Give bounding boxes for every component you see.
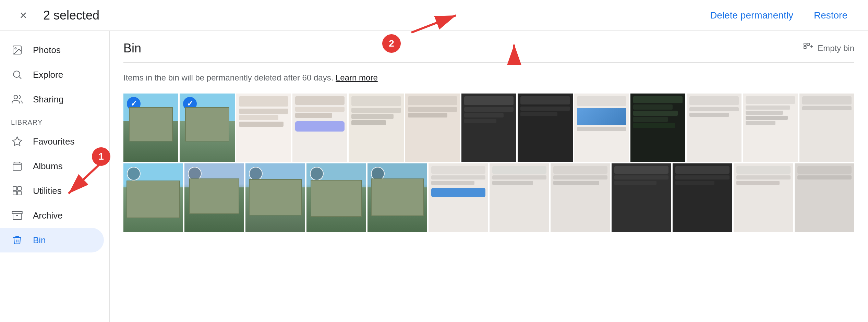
- photo-item-18[interactable]: [367, 163, 427, 232]
- svg-line-3: [19, 77, 21, 79]
- empty-bin-icon: [803, 42, 813, 55]
- photo-item-4[interactable]: [292, 94, 347, 162]
- photo-item-17[interactable]: [306, 163, 366, 232]
- sidebar-item-photos-label: Photos: [33, 45, 61, 55]
- photo-item-16[interactable]: [245, 163, 305, 232]
- sidebar: Photos Explore Sharing LIBRA: [0, 31, 110, 322]
- photo-row-2: [123, 163, 854, 232]
- photo-item-15[interactable]: [184, 163, 244, 232]
- photo-row-1: [123, 94, 854, 162]
- library-section-label: LIBRARY: [0, 112, 109, 129]
- svg-rect-9: [13, 191, 17, 195]
- sidebar-item-favourites-label: Favourites: [33, 136, 74, 147]
- photo-item-10[interactable]: [630, 94, 685, 162]
- info-bar: Items in the bin will be permanently del…: [123, 73, 854, 83]
- svg-marker-5: [13, 137, 22, 146]
- sidebar-item-albums[interactable]: Albums: [0, 154, 104, 178]
- photo-item-14[interactable]: [123, 163, 183, 232]
- svg-rect-14: [807, 43, 810, 46]
- photo-item-19[interactable]: [429, 163, 488, 232]
- photo-item-12[interactable]: [743, 94, 798, 162]
- sidebar-item-albums-label: Albums: [33, 161, 63, 172]
- svg-rect-13: [804, 43, 806, 46]
- people-icon: [11, 93, 23, 106]
- photo-item-7[interactable]: [461, 94, 516, 162]
- photo-item-21[interactable]: [551, 163, 610, 232]
- photo-item-24[interactable]: [734, 163, 793, 232]
- sidebar-item-bin-label: Bin: [33, 235, 46, 246]
- page-header: Bin Empty bin: [123, 31, 854, 63]
- learn-more-link[interactable]: Learn more: [336, 73, 378, 82]
- info-text: Items in the bin will be permanently del…: [123, 73, 333, 82]
- photo-item-3[interactable]: [236, 94, 291, 162]
- page-title: Bin: [123, 41, 141, 55]
- archive-icon: [11, 209, 23, 222]
- delete-permanently-button[interactable]: Delete permanently: [710, 10, 793, 21]
- photo-item-25[interactable]: [795, 163, 854, 232]
- search-icon: [11, 69, 23, 81]
- photo-item-11[interactable]: [687, 94, 742, 162]
- albums-icon: [11, 160, 23, 172]
- photo-check-14[interactable]: [127, 167, 141, 181]
- star-icon: [11, 135, 23, 148]
- close-button[interactable]: ×: [14, 6, 33, 25]
- main-content: Bin Empty bin Items in the bin will be p…: [110, 31, 868, 322]
- photo-item-23[interactable]: [673, 163, 732, 232]
- sidebar-item-explore[interactable]: Explore: [0, 62, 104, 87]
- photo-check-16[interactable]: [249, 167, 263, 181]
- sidebar-item-photos[interactable]: Photos: [0, 38, 104, 62]
- selected-count-label: 2 selected: [43, 8, 99, 23]
- svg-rect-10: [17, 191, 21, 195]
- photo-icon: [11, 44, 23, 56]
- sidebar-item-utilities[interactable]: Utilities: [0, 178, 104, 203]
- photo-item-8[interactable]: [518, 94, 572, 162]
- photo-item-20[interactable]: [490, 163, 549, 232]
- sidebar-item-utilities-label: Utilities: [33, 186, 62, 196]
- bin-icon: [11, 234, 23, 246]
- sidebar-item-bin[interactable]: Bin: [0, 228, 104, 252]
- photo-check-17[interactable]: [310, 167, 324, 181]
- svg-point-1: [15, 48, 16, 49]
- empty-bin-button[interactable]: Empty bin: [803, 42, 854, 55]
- sidebar-item-archive-label: Archive: [33, 210, 63, 221]
- photo-item-5[interactable]: [349, 94, 403, 162]
- photo-item-1[interactable]: [123, 94, 178, 162]
- sidebar-item-explore-label: Explore: [33, 70, 63, 80]
- photo-item-6[interactable]: [405, 94, 460, 162]
- photo-item-13[interactable]: [799, 94, 854, 162]
- header-actions: Delete permanently Restore: [710, 10, 847, 21]
- main-layout: Photos Explore Sharing LIBRA: [0, 31, 868, 322]
- sidebar-item-favourites[interactable]: Favourites: [0, 129, 104, 154]
- svg-rect-6: [13, 163, 21, 170]
- utilities-icon: [11, 185, 23, 197]
- svg-point-2: [13, 71, 20, 77]
- restore-button[interactable]: Restore: [814, 10, 847, 21]
- photo-item-2[interactable]: [180, 94, 234, 162]
- sidebar-item-sharing[interactable]: Sharing: [0, 87, 104, 112]
- svg-point-4: [14, 95, 18, 99]
- svg-rect-7: [13, 187, 17, 190]
- header: × 2 selected Delete permanently Restore: [0, 0, 868, 31]
- sidebar-item-sharing-label: Sharing: [33, 94, 64, 105]
- svg-rect-8: [17, 187, 21, 190]
- sidebar-item-archive[interactable]: Archive: [0, 203, 104, 228]
- svg-rect-11: [12, 211, 22, 214]
- empty-bin-label[interactable]: Empty bin: [818, 44, 854, 53]
- close-icon: ×: [20, 8, 27, 23]
- photo-item-22[interactable]: [612, 163, 671, 232]
- photo-item-9[interactable]: [574, 94, 629, 162]
- svg-rect-15: [804, 46, 806, 49]
